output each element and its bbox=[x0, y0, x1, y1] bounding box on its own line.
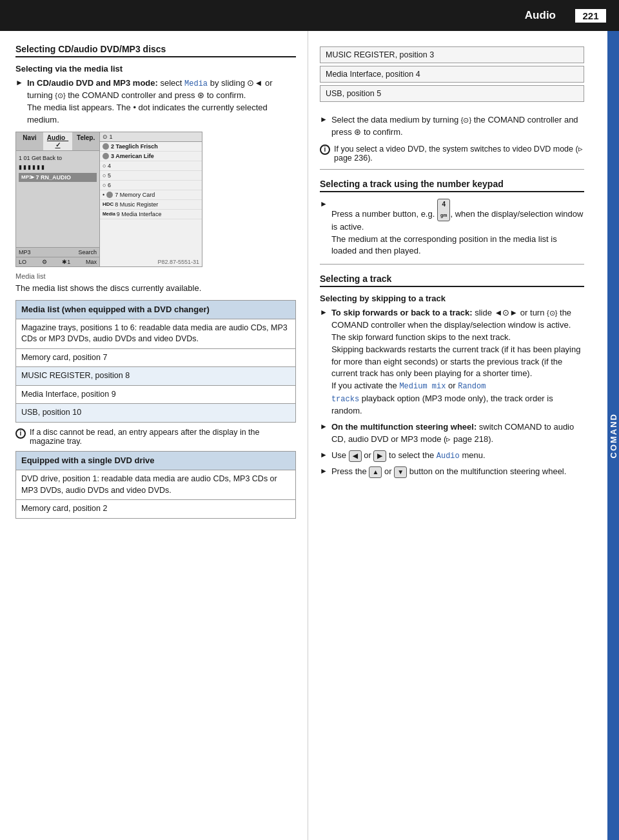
arrow-select-medium: ► Select the data medium by turning {⊙} … bbox=[320, 114, 584, 139]
right-row-usb: USB, position 5 bbox=[320, 85, 584, 102]
ctrl-symbol: {⊙} bbox=[55, 92, 65, 99]
ml-r-item-5: ○ 5 bbox=[100, 171, 202, 181]
ml-bottombar: MP3 Search bbox=[16, 247, 99, 257]
left-column: Selecting CD/audio DVD/MP3 discs Selecti… bbox=[0, 31, 308, 840]
media-caption: Media list bbox=[15, 272, 296, 280]
left-btn: ◀ bbox=[349, 450, 362, 462]
arrow-icon-4: ► bbox=[320, 308, 328, 317]
right-row-media-interface: Media Interface, position 4 bbox=[320, 66, 584, 83]
sidebar-label: COMAND bbox=[609, 413, 618, 459]
ml-tab-audio: Audio ✓ bbox=[43, 132, 72, 150]
info-disc-read: i If a disc cannot be read, an entry app… bbox=[15, 428, 296, 446]
info-video-text: If you select a video DVD, the system sw… bbox=[334, 144, 584, 163]
arrow-press-button: ► Press the ▲ or ▼ button on the multifu… bbox=[320, 466, 584, 478]
multifunction-label: On the multifunction steering wheel: bbox=[331, 422, 477, 432]
section-heading-number: Selecting a track using the number keypa… bbox=[320, 179, 584, 192]
ml-tracklist: ⊙ 1 2 Taeglich Frisch 3 American Life ○ … bbox=[100, 132, 202, 266]
dvd-changer-row-2: MUSIC REGISTER, position 8 bbox=[16, 367, 296, 386]
comand-sidebar: COMAND bbox=[607, 31, 619, 840]
ml-r-item-7: 7 Memory Card bbox=[100, 190, 202, 200]
dvd-changer-row-4: USB, position 10 bbox=[16, 404, 296, 423]
arrow-icon-3: ► bbox=[320, 199, 328, 208]
dvd-changer-table: Media list (when equipped with a DVD cha… bbox=[15, 300, 296, 423]
info-icon-1: i bbox=[15, 428, 26, 439]
arrow-icon-7: ► bbox=[320, 466, 328, 475]
arrow-item-mode: ► In CD/audio DVD and MP3 mode: select M… bbox=[15, 77, 296, 126]
arrow-icon-5: ► bbox=[320, 422, 328, 431]
section-heading-cd: Selecting CD/audio DVD/MP3 discs bbox=[15, 44, 296, 57]
section-heading-track: Selecting a track bbox=[320, 274, 584, 287]
ml-progress-bar: ▮▮▮▮▮▮ bbox=[19, 163, 97, 172]
arrow-skip: ► To skip forwards or back to a track: s… bbox=[320, 307, 584, 417]
dvd-changer-row-0: Magazine trays, positions 1 to 6: readab… bbox=[16, 319, 296, 348]
arrow-select-text: Select the data medium by turning {⊙} th… bbox=[331, 114, 584, 139]
info-disc-text: If a disc cannot be read, an entry appea… bbox=[30, 428, 296, 446]
arrow-content-mode: In CD/audio DVD and MP3 mode: select Med… bbox=[27, 77, 296, 126]
right-btn: ▶ bbox=[373, 450, 386, 462]
page-number: 221 bbox=[575, 9, 606, 23]
ml-tab-teleph: Telep. bbox=[72, 132, 99, 150]
single-dvd-row-1: Memory card, position 2 bbox=[16, 500, 296, 519]
media-mono: Media bbox=[184, 79, 208, 88]
ml-mp3-bar: MP3▸ 7 RN_AUDIO bbox=[19, 173, 97, 182]
page-header: Audio 221 bbox=[0, 0, 619, 31]
arrow-press-text: Press the ▲ or ▼ button on the multifunc… bbox=[331, 466, 584, 478]
right-column: MUSIC REGISTER, position 3 Media Interfa… bbox=[308, 31, 607, 840]
medium-mix-text: Medium mix bbox=[399, 382, 446, 391]
ml-bottombar2: LO ⚙ ✱1 Max bbox=[16, 257, 99, 266]
divider-2 bbox=[320, 264, 584, 265]
ml-r-item-1: ⊙ 1 bbox=[100, 132, 202, 142]
arrow-multifunction-text: On the multifunction steering wheel: swi… bbox=[331, 421, 584, 446]
page-container: Selecting CD/audio DVD/MP3 discs Selecti… bbox=[0, 31, 619, 840]
arrow-number-text: Press a number button, e.g. 4gm, when th… bbox=[331, 199, 584, 258]
ml-r-item-9: Media9 Media Interface bbox=[100, 210, 202, 219]
arrow-icon-6: ► bbox=[320, 450, 328, 459]
arrow-icon-2: ► bbox=[320, 115, 328, 124]
sub-heading-skip: Selecting by skipping to a track bbox=[320, 294, 584, 303]
arrow-icon: ► bbox=[15, 78, 23, 87]
ml-r-item-2: 2 Taeglich Frisch bbox=[100, 142, 202, 152]
arrow-use-buttons: ► Use ◀ or ▶ to select the Audio menu. bbox=[320, 450, 584, 462]
single-dvd-row-0: DVD drive, position 1: readable data med… bbox=[16, 470, 296, 500]
info-icon-2: i bbox=[320, 145, 330, 155]
dvd-changer-header: Media list (when equipped with a DVD cha… bbox=[16, 300, 296, 319]
divider-1 bbox=[320, 169, 584, 170]
arrow-skip-text: To skip forwards or back to a track: sli… bbox=[331, 307, 584, 417]
arrow-number-keypad: ► Press a number button, e.g. 4gm, when … bbox=[320, 199, 584, 258]
mode-label: In CD/audio DVD and MP3 mode: bbox=[27, 78, 158, 88]
ml-r-item-4: ○ 4 bbox=[100, 161, 202, 171]
single-dvd-header: Equipped with a single DVD drive bbox=[16, 451, 296, 470]
sub-heading-media-list: Selecting via the media list bbox=[15, 64, 296, 74]
ml-track-info: 1 01 Get Back to bbox=[19, 154, 97, 163]
ml-tab-navi: Navi bbox=[16, 132, 43, 150]
dvd-changer-row-3: Media Interface, position 9 bbox=[16, 385, 296, 404]
image-watermark: P82.87-5551-31 bbox=[157, 259, 199, 265]
single-dvd-table: Equipped with a single DVD drive DVD dri… bbox=[15, 451, 296, 519]
arrow-multifunction: ► On the multifunction steering wheel: s… bbox=[320, 421, 584, 446]
ml-r-item-6: ○ 6 bbox=[100, 181, 202, 190]
up-btn: ▲ bbox=[369, 466, 382, 478]
arrow-use-text: Use ◀ or ▶ to select the Audio menu. bbox=[331, 450, 584, 462]
audio-menu-label: Audio bbox=[437, 452, 460, 461]
media-desc: The media list shows the discs currently… bbox=[15, 283, 296, 295]
media-list-image: Navi Audio ✓ Telep. 1 01 Get Back to ▮▮▮… bbox=[15, 132, 202, 267]
info-video-dvd: i If you select a video DVD, the system … bbox=[320, 144, 584, 163]
skip-label: To skip forwards or back to a track: bbox=[331, 308, 473, 317]
ml-r-item-8: HDC8 Music Register bbox=[100, 200, 202, 210]
ml-r-item-3: 3 American Life bbox=[100, 152, 202, 161]
down-btn: ▼ bbox=[394, 466, 407, 478]
right-row-music-register: MUSIC REGISTER, position 3 bbox=[320, 46, 584, 63]
number-btn: 4gm bbox=[437, 199, 451, 221]
section-title: Audio bbox=[525, 9, 556, 22]
dvd-changer-row-1: Memory card, position 7 bbox=[16, 348, 296, 367]
